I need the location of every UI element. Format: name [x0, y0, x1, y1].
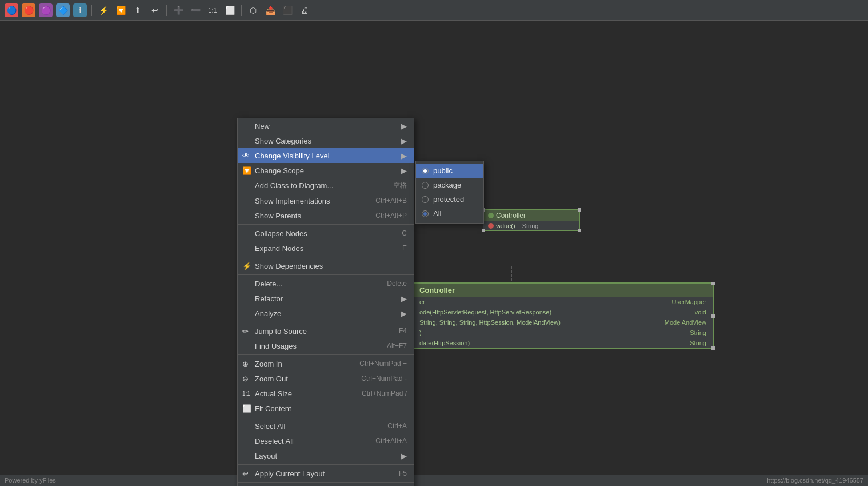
menu-add-class-label: Add Class to Diagram...	[255, 181, 333, 190]
menu-item-change-visibility[interactable]: 👁 Change Visibility Level ▶	[238, 148, 414, 163]
menu-show-implementations-label: Show Implementations	[255, 197, 330, 205]
toolbar-print-icon[interactable]: 🖨	[298, 3, 311, 17]
menu-item-show-categories[interactable]: Show Categories ▶	[238, 133, 414, 148]
menu-item-select-all[interactable]: Select All Ctrl+A	[238, 419, 414, 433]
menu-item-add-class[interactable]: Add Class to Diagram... 空格	[238, 178, 414, 193]
menu-item-zoom-in[interactable]: ⊕ Zoom In Ctrl+NumPad +	[238, 356, 414, 371]
find-usages-shortcut: Alt+F7	[375, 342, 407, 350]
menu-item-analyze[interactable]: Analyze ▶	[238, 306, 414, 321]
menu-apply-layout-label: Apply Current Layout	[255, 469, 325, 478]
layout-arrow: ▶	[390, 452, 407, 460]
deselect-all-shortcut: Ctrl+Alt+A	[364, 437, 407, 445]
menu-zoom-out-label: Zoom Out	[255, 375, 288, 383]
menu-item-change-scope[interactable]: 🔽 Change Scope ▶	[238, 163, 414, 178]
toolbar-undo-icon[interactable]: ↩	[148, 3, 162, 17]
toolbar-icon-5[interactable]: ℹ	[73, 3, 87, 17]
radio-public	[422, 168, 429, 174]
menu-show-parents-label: Show Parents	[255, 212, 301, 220]
separator-5	[238, 354, 414, 355]
toolbar-share-icon[interactable]: ⬡	[246, 3, 260, 17]
submenu-item-protected[interactable]: protected	[416, 192, 483, 206]
toolbar-filter-icon[interactable]: ⚡	[97, 3, 110, 17]
toolbar-separator-1	[91, 5, 92, 16]
toolbar-export-icon[interactable]: 📤	[263, 3, 277, 17]
menu-item-new[interactable]: New ▶	[238, 118, 414, 133]
menu-item-layout[interactable]: Layout ▶	[238, 448, 414, 463]
toolbar-fit-icon[interactable]: ⬜	[223, 3, 237, 17]
menu-item-apply-layout[interactable]: ↩ Apply Current Layout F5	[238, 466, 414, 481]
actual-size-icon: 1:1	[242, 391, 250, 397]
large-row-3-left: )	[419, 329, 422, 336]
small-node-red-dot	[488, 223, 494, 229]
large-controller-node: Controller er UserMapper ode(HttpServlet…	[411, 282, 714, 349]
separator-4	[238, 322, 414, 322]
separator-8	[238, 482, 414, 483]
menu-item-deselect-all[interactable]: Deselect All Ctrl+Alt+A	[238, 433, 414, 448]
large-handle-mr	[711, 314, 715, 318]
menu-change-visibility-label: Change Visibility Level	[255, 152, 330, 160]
separator-3	[238, 274, 414, 275]
menu-item-actual-size[interactable]: 1:1 Actual Size Ctrl+NumPad /	[238, 386, 414, 401]
separator-1	[238, 224, 414, 225]
large-node-title: Controller	[419, 286, 455, 294]
statusbar: Powered by yFiles https://blog.csdn.net/…	[0, 475, 868, 486]
toolbar-layout-icon[interactable]: ⬛	[281, 3, 294, 17]
select-all-shortcut: Ctrl+A	[376, 422, 407, 430]
toolbar: 🔵 🔴 🟣 🔷 ℹ ⚡ 🔽 ⬆ ↩ ➕ ➖ 1:1 ⬜ ⬡ 📤 ⬛ 🖨	[0, 0, 868, 21]
statusbar-left: Powered by yFiles	[5, 477, 56, 484]
menu-layout-label: Layout	[255, 452, 277, 460]
large-row-4-left: date(HttpSession)	[419, 340, 470, 346]
menu-actual-size-label: Actual Size	[255, 389, 292, 398]
toolbar-sort-icon[interactable]: 🔽	[114, 3, 127, 17]
toolbar-actual-size-icon[interactable]: 1:1	[206, 3, 219, 17]
large-row-4-right: String	[690, 340, 706, 346]
small-node-title: Controller	[496, 212, 526, 220]
menu-item-collapse-nodes[interactable]: Collapse Nodes C	[238, 226, 414, 241]
menu-select-all-label: Select All	[255, 422, 285, 431]
canvas: Controller value() String Controller er …	[0, 21, 868, 475]
menu-item-delete[interactable]: Delete... Delete	[238, 276, 414, 291]
menu-item-refactor[interactable]: Refactor ▶	[238, 291, 414, 306]
small-node-method: value()	[496, 222, 515, 229]
menu-item-show-implementations[interactable]: Show Implementations Ctrl+Alt+B	[238, 193, 414, 208]
toolbar-icon-4[interactable]: 🔷	[56, 3, 70, 17]
toolbar-icon-2[interactable]: 🔴	[22, 3, 35, 17]
submenu-item-public[interactable]: public	[416, 164, 483, 178]
menu-item-expand-nodes[interactable]: Expand Nodes E	[238, 241, 414, 256]
actual-size-shortcut: Ctrl+NumPad /	[350, 389, 407, 397]
menu-deselect-all-label: Deselect All	[255, 437, 294, 445]
context-menu: New ▶ Show Categories ▶ 👁 Change Visibil…	[237, 118, 414, 486]
separator-6	[238, 417, 414, 417]
show-implementations-shortcut: Ctrl+Alt+B	[364, 197, 407, 205]
menu-item-show-dependencies[interactable]: ⚡ Show Dependencies	[238, 258, 414, 273]
toolbar-icon-3[interactable]: 🟣	[39, 3, 53, 17]
menu-item-show-parents[interactable]: Show Parents Ctrl+Alt+P	[238, 208, 414, 223]
small-node-type: String	[522, 222, 539, 229]
analyze-arrow: ▶	[390, 309, 407, 318]
large-node-row-2: String, String, String, HttpSession, Mod…	[413, 317, 713, 328]
refactor-arrow: ▶	[390, 294, 407, 303]
large-node-row-3: ) String	[413, 328, 713, 338]
new-arrow: ▶	[390, 122, 407, 130]
menu-item-jump-to-source[interactable]: ✏ Jump to Source F4	[238, 324, 414, 338]
show-categories-arrow: ▶	[390, 137, 407, 145]
jump-to-source-shortcut: F4	[387, 327, 407, 335]
menu-collapse-nodes-label: Collapse Nodes	[255, 229, 307, 238]
submenu-item-package[interactable]: package	[416, 178, 483, 192]
menu-show-dependencies-label: Show Dependencies	[255, 262, 323, 270]
toolbar-zoom-out-icon[interactable]: ➖	[189, 3, 202, 17]
menu-item-fit-content[interactable]: ⬜ Fit Content	[238, 401, 414, 416]
large-node-row-1: ode(HttpServletRequest, HttpServletRespo…	[413, 307, 713, 317]
toolbar-icon-1[interactable]: 🔵	[5, 3, 18, 17]
submenu-item-all[interactable]: All	[416, 206, 483, 221]
menu-item-zoom-out[interactable]: ⊖ Zoom Out Ctrl+NumPad -	[238, 371, 414, 386]
menu-analyze-label: Analyze	[255, 309, 281, 318]
toolbar-zoom-in-icon[interactable]: ➕	[171, 3, 185, 17]
radio-all	[422, 210, 429, 217]
toolbar-separator-3	[241, 5, 242, 16]
menu-item-find-usages[interactable]: Find Usages Alt+F7	[238, 338, 414, 353]
separator-2	[238, 257, 414, 257]
toolbar-up-icon[interactable]: ⬆	[131, 3, 145, 17]
show-parents-shortcut: Ctrl+Alt+P	[364, 212, 407, 220]
menu-item-save-diagram[interactable]: 💾 Save diagram	[238, 484, 414, 486]
